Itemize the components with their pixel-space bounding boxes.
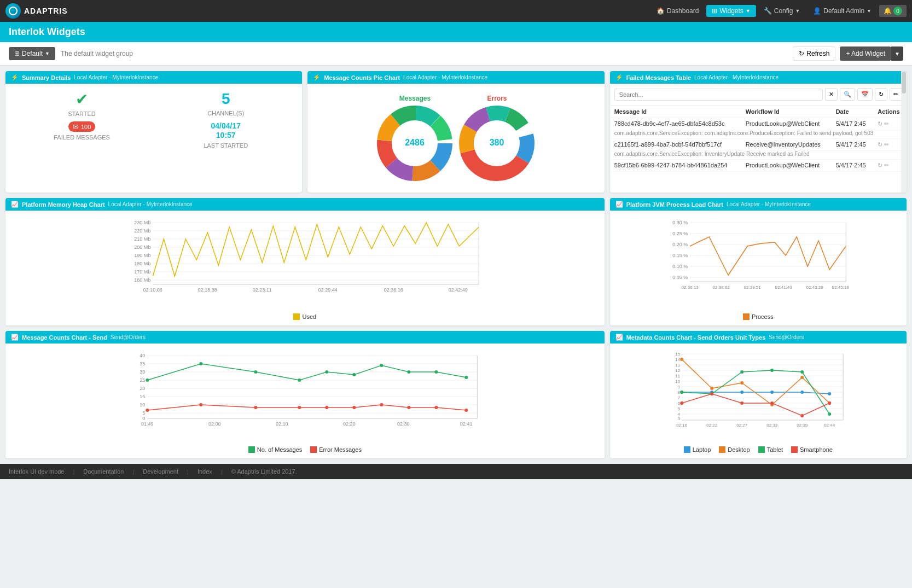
svg-text:40: 40: [140, 353, 145, 358]
svg-text:0.10 %: 0.10 %: [672, 264, 688, 269]
notification-btn[interactable]: 🔔 0: [879, 5, 907, 17]
table-edit-btn[interactable]: ✏: [890, 88, 902, 101]
svg-text:02:10: 02:10: [276, 421, 288, 427]
svg-text:02:43:29: 02:43:29: [806, 285, 823, 290]
table-refresh-btn[interactable]: ↻: [875, 88, 887, 101]
table-scrollbar[interactable]: [901, 71, 907, 193]
heap-chart-widget: 📈 Platform Memory Heap Chart Local Adapt…: [5, 198, 605, 325]
meta-legend-laptop: Laptop: [684, 446, 711, 453]
default-dropdown-btn[interactable]: ⊞ Default ▼: [9, 47, 55, 60]
svg-text:180 Mb: 180 Mb: [134, 261, 150, 266]
footer-documentation-link[interactable]: Documentation: [83, 468, 124, 475]
meta-chart-svg: 15 14 13 12 11 10 9 8 7 6 5 4 3: [615, 349, 901, 442]
svg-point-87: [407, 370, 410, 374]
footer-development-link[interactable]: Development: [143, 468, 178, 475]
admin-nav-btn[interactable]: 👤 Default Admin ▼: [808, 5, 877, 17]
svg-text:5: 5: [677, 406, 680, 411]
add-widget-button[interactable]: + Add Widget: [840, 46, 891, 61]
svg-text:02:18:38: 02:18:38: [198, 287, 217, 293]
user-icon: 👤: [813, 7, 821, 15]
svg-point-98: [434, 406, 438, 409]
search-btn[interactable]: 🔍: [840, 88, 855, 101]
summary-datetime: 04/04/17 10:57: [211, 121, 241, 140]
cell-date: 5/4/17 2:45: [832, 139, 874, 151]
svg-text:170 Mb: 170 Mb: [134, 269, 150, 275]
jvm-chart-svg: 0.30 % 0.25 % 0.20 % 0.15 % 0.10 % 0.05 …: [615, 216, 901, 309]
svg-point-93: [298, 406, 301, 409]
cell-error-msg: com.adaptris.core.ServiceException: com.…: [610, 130, 907, 139]
svg-text:12: 12: [675, 368, 680, 373]
heap-icon: 📈: [11, 201, 19, 208]
envelope-icon: ✉: [73, 123, 79, 131]
send-chart-widget: 📈 Message Counts Chart - Send Send@Order…: [5, 331, 605, 458]
svg-text:8: 8: [677, 390, 680, 395]
meta-icon: 📈: [615, 334, 623, 341]
send-legend-errors: Error Messages: [310, 446, 362, 453]
summary-date: 04/04/17 10:57 Last Started: [156, 121, 295, 149]
col-date: Date: [832, 106, 874, 118]
send-messages-swatch: [248, 446, 255, 453]
svg-point-140: [710, 387, 713, 390]
refresh-icon: ↻: [799, 50, 804, 57]
svg-text:02:41: 02:41: [460, 421, 473, 427]
summary-icon: ⚡: [11, 74, 19, 81]
home-icon: 🏠: [657, 7, 665, 15]
refresh-button[interactable]: ↻ Refresh: [793, 46, 835, 61]
svg-text:20: 20: [140, 386, 145, 391]
jvm-color-swatch: [743, 313, 750, 320]
add-widget-split-btn[interactable]: ▼: [891, 46, 903, 61]
svg-text:14: 14: [675, 357, 680, 362]
dashboard-nav-btn[interactable]: 🏠 Dashboard: [651, 5, 705, 17]
svg-point-154: [770, 401, 774, 405]
svg-text:210 Mb: 210 Mb: [134, 236, 150, 242]
config-nav-btn[interactable]: 🔧 Config ▼: [758, 5, 806, 17]
search-clear-btn[interactable]: ✕: [825, 88, 838, 101]
grid-icon: ⊞: [14, 50, 20, 57]
svg-point-137: [800, 391, 804, 394]
calendar-btn[interactable]: 📅: [857, 88, 873, 101]
svg-point-89: [464, 376, 468, 379]
bell-icon: 🔔: [884, 7, 892, 15]
jvm-chart-widget: 📈 Platform JVM Process Load Chart Local …: [610, 198, 907, 325]
nav-left: ADAPTRIS: [5, 3, 68, 19]
footer-index-link[interactable]: Index: [197, 468, 212, 475]
svg-text:15: 15: [675, 352, 680, 357]
svg-text:02:38:02: 02:38:02: [712, 285, 730, 290]
svg-text:01:49: 01:49: [141, 421, 154, 427]
widgets-icon: ⊞: [712, 7, 717, 15]
logo-text: ADAPTRIS: [24, 7, 68, 15]
scrollbar-thumb: [902, 72, 906, 94]
svg-point-99: [464, 409, 468, 412]
chevron-down-icon3: ▼: [867, 8, 872, 14]
svg-text:15: 15: [140, 394, 145, 399]
search-input[interactable]: [614, 89, 823, 101]
widgets-nav-btn[interactable]: ⊞ Widgets ▼: [706, 5, 756, 17]
heap-chart-body: 230 Mb 220 Mb 210 Mb 200 Mb 190 Mb 180 M…: [5, 211, 605, 325]
svg-text:30: 30: [140, 369, 145, 375]
failed-icon: ⚡: [615, 74, 623, 81]
svg-point-145: [680, 391, 683, 394]
svg-text:02:29:44: 02:29:44: [318, 287, 338, 293]
send-chart-header: 📈 Message Counts Chart - Send Send@Order…: [5, 331, 605, 344]
send-errors-swatch: [310, 446, 317, 453]
svg-point-141: [740, 381, 743, 385]
nav-right: 🏠 Dashboard ⊞ Widgets ▼ 🔧 Config ▼ 👤 Def…: [651, 5, 907, 17]
failed-messages-widget: ⚡ Failed Messages Table Local Adapter - …: [610, 71, 907, 193]
tablet-swatch: [758, 446, 765, 453]
svg-text:6: 6: [677, 401, 680, 406]
errors-pie: Errors 380: [458, 95, 535, 182]
top-nav: ADAPTRIS 🏠 Dashboard ⊞ Widgets ▼ 🔧 Confi…: [0, 0, 912, 22]
default-description: The default widget group: [61, 50, 133, 57]
svg-point-143: [800, 376, 804, 379]
svg-text:11: 11: [675, 374, 680, 379]
svg-text:0.05 %: 0.05 %: [672, 275, 688, 280]
send-legend-messages: No. of Messages: [248, 446, 303, 453]
cell-date: 5/4/17 2:45: [832, 118, 874, 130]
svg-point-81: [199, 362, 202, 365]
send-chart-body: 40 35 30 25 20 15 10 5 0: [5, 344, 605, 458]
table-search-bar: ✕ 🔍 📅 ↻ ✏: [610, 84, 907, 106]
svg-text:02:39:51: 02:39:51: [743, 285, 761, 290]
meta-chart-header: 📈 Metadata Counts Chart - Send Orders Un…: [610, 331, 907, 344]
table-header-row: Message Id Workflow Id Date Actions: [610, 106, 907, 118]
svg-point-153: [740, 401, 743, 405]
